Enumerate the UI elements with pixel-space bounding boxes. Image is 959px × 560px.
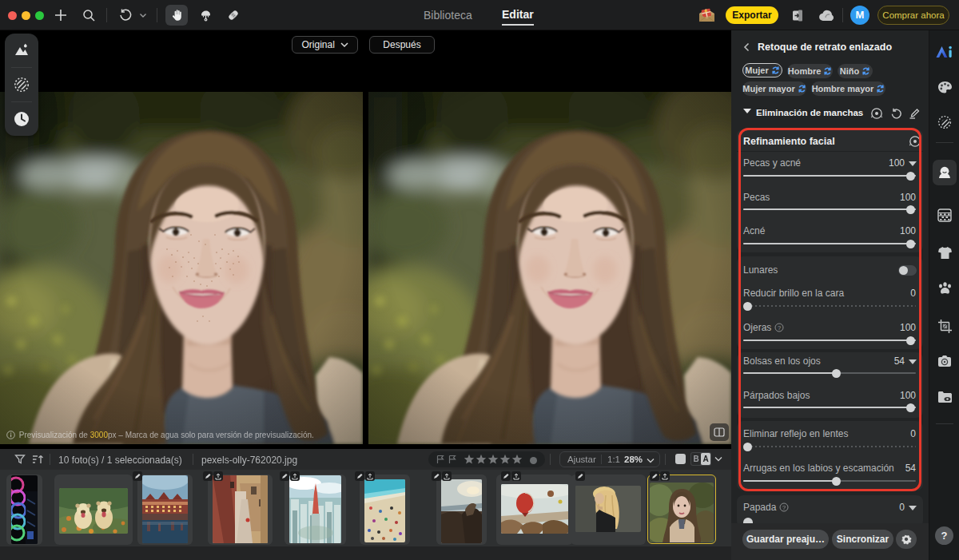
svg-text:?: ? xyxy=(778,324,781,332)
svg-text:?: ? xyxy=(782,504,786,511)
